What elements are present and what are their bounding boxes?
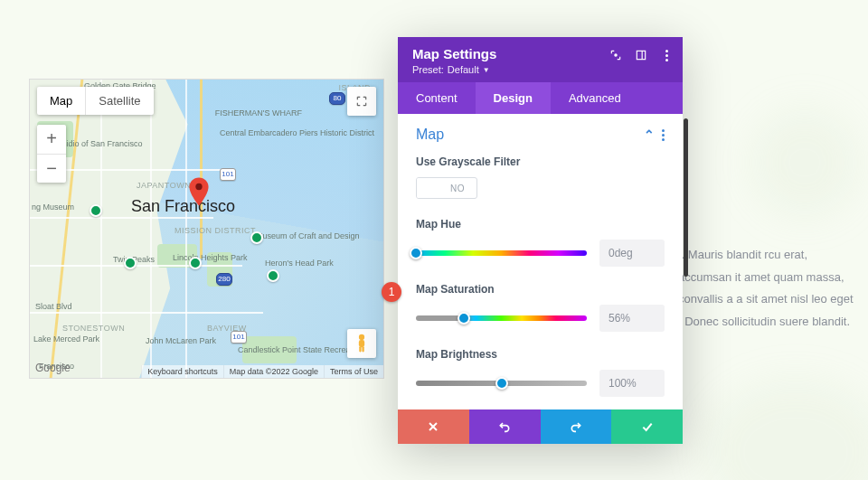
zoom-control[interactable]: + −	[37, 125, 66, 183]
hue-slider[interactable]	[416, 247, 587, 259]
map-label-mission: MISSION DISTRICT	[175, 226, 256, 235]
background-placeholder-text: t. Mauris blandit rcu erat, accumsan it …	[678, 244, 859, 334]
save-button[interactable]	[611, 409, 683, 444]
tab-advanced[interactable]: Advanced	[551, 82, 639, 114]
map-poi-icon[interactable]	[124, 257, 137, 269]
modal-body: Map ⌃ Use Grayscale Filter NO Map Hue 0d…	[398, 114, 683, 409]
map-poi-icon[interactable]	[90, 204, 102, 217]
brightness-label: Map Brightness	[416, 348, 665, 361]
streetview-pegman-button[interactable]	[347, 329, 376, 358]
svg-rect-6	[637, 51, 645, 59]
more-menu-icon[interactable]	[659, 48, 674, 62]
zoom-out-button[interactable]: −	[37, 154, 66, 184]
map-center-label: San Francisco	[131, 197, 235, 216]
expand-icon[interactable]	[609, 48, 623, 62]
slider-thumb[interactable]	[495, 377, 508, 390]
preset-label: Preset:	[412, 64, 444, 75]
svg-point-5	[615, 54, 617, 56]
brightness-slider[interactable]	[416, 377, 587, 390]
map-label-herons: Heron's Head Park	[265, 259, 334, 268]
slider-thumb[interactable]	[410, 247, 422, 259]
route-us101-badge: 101	[231, 331, 247, 344]
grayscale-toggle[interactable]: NO	[416, 177, 477, 199]
saturation-control: Map Saturation 56%	[416, 283, 665, 332]
tab-design[interactable]: Design	[476, 82, 551, 114]
slider-thumb[interactable]	[458, 312, 470, 325]
map-label-stonestown: STONESTOWN	[62, 324, 125, 333]
map-settings-panel: Map Settings Preset: Default ▼ Content D…	[398, 37, 683, 444]
modal-tabs: Content Design Advanced	[398, 82, 683, 114]
preset-selector[interactable]: Preset: Default ▼	[412, 64, 668, 75]
map-label-japantown: JAPANTOWN	[137, 181, 191, 190]
map-pin-icon[interactable]	[189, 177, 209, 206]
redo-button[interactable]	[541, 409, 612, 444]
map-label-mclaren: John McLaren Park	[146, 336, 216, 345]
section-title: Map	[416, 127, 444, 143]
map-label-lake: Lake Merced Park	[33, 334, 99, 344]
grayscale-control: Use Grayscale Filter NO	[416, 155, 665, 202]
slider-track	[416, 315, 587, 321]
svg-rect-2	[359, 340, 364, 347]
hue-value-input[interactable]: 0deg	[599, 240, 665, 267]
modal-header: Map Settings Preset: Default ▼	[398, 37, 683, 82]
section-more-icon[interactable]	[662, 129, 665, 141]
grayscale-label: Use Grayscale Filter	[416, 155, 665, 168]
scrollbar-thumb[interactable]	[684, 118, 688, 277]
terms-link[interactable]: Terms of Use	[324, 365, 383, 378]
map-type-toggle[interactable]: Map Satellite	[37, 87, 154, 115]
map-type-satellite[interactable]: Satellite	[85, 87, 153, 115]
chevron-down-icon: ▼	[483, 66, 490, 74]
map-label-embarcadero: Central Embarcadero Piers Historic Distr…	[220, 128, 374, 137]
map-attribution: Keyboard shortcuts Map data ©2022 Google…	[141, 365, 383, 378]
saturation-value-input[interactable]: 56%	[599, 305, 665, 332]
preset-value: Default	[448, 64, 479, 75]
keyboard-shortcuts-link[interactable]: Keyboard shortcuts	[141, 365, 223, 378]
map-label-museum: Museum of Craft and Design	[256, 231, 360, 240]
annotation-badge: 1	[382, 282, 401, 302]
slider-track	[416, 250, 587, 256]
modal-footer	[398, 409, 683, 444]
map-label-ng-museum: ng Museum	[32, 202, 74, 212]
fullscreen-button[interactable]	[347, 87, 376, 116]
svg-rect-3	[359, 346, 361, 352]
map-preview[interactable]: Golden Gate Bridge Presidio of San Franc…	[29, 79, 384, 379]
brightness-control: Map Brightness 100%	[416, 348, 665, 397]
map-poi-icon[interactable]	[267, 269, 279, 282]
map-poi-icon[interactable]	[189, 257, 202, 269]
map-poi-icon[interactable]	[250, 231, 263, 244]
brightness-value-input[interactable]: 100%	[599, 370, 665, 397]
hue-label: Map Hue	[416, 218, 665, 231]
zoom-in-button[interactable]: +	[37, 125, 66, 154]
route-i280-badge: 280	[216, 273, 232, 286]
toggle-knob	[417, 178, 439, 198]
svg-rect-4	[362, 346, 363, 352]
map-type-map[interactable]: Map	[37, 87, 85, 115]
collapse-icon[interactable]: ⌃	[644, 127, 655, 142]
tab-content[interactable]: Content	[398, 82, 476, 114]
saturation-slider[interactable]	[416, 312, 587, 325]
route-us101-badge: 101	[220, 168, 236, 181]
map-label-sloat: Sloat Blvd	[35, 302, 72, 311]
map-label-fishermans: FISHERMAN'S WHARF	[215, 108, 302, 118]
snap-icon[interactable]	[634, 48, 648, 62]
route-i80-badge: 80	[329, 92, 345, 105]
hue-control: Map Hue 0deg	[416, 218, 665, 267]
toggle-state-label: NO	[439, 184, 476, 193]
cancel-button[interactable]	[398, 409, 469, 444]
svg-point-0	[195, 184, 202, 190]
undo-button[interactable]	[469, 409, 541, 444]
section-header[interactable]: Map ⌃	[416, 127, 665, 143]
map-label-heights: Lincoln Heights Park	[173, 253, 248, 262]
saturation-label: Map Saturation	[416, 283, 665, 296]
map-data-label: Map data ©2022 Google	[223, 365, 324, 378]
svg-point-1	[359, 334, 364, 340]
google-logo: Google	[35, 362, 71, 374]
